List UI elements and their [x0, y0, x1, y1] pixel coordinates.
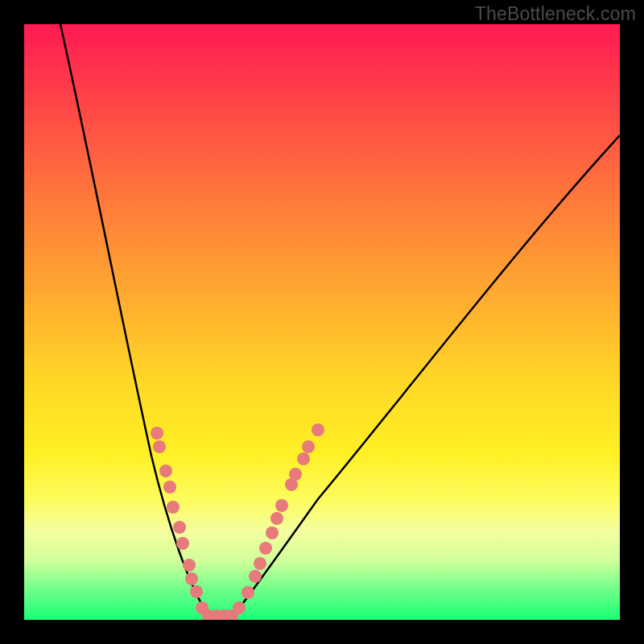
marker-dot: [190, 585, 203, 598]
figure-canvas: TheBottleneck.com: [0, 0, 644, 644]
marker-dot: [173, 521, 186, 534]
marker-dot: [159, 464, 172, 477]
plot-area: [24, 24, 620, 620]
marker-dot: [270, 512, 283, 525]
marker-dot: [167, 501, 180, 514]
curve-overlay: [24, 24, 620, 620]
marker-dot: [185, 572, 198, 585]
marker-dots-right: [233, 423, 324, 614]
valley-floor: [211, 618, 230, 619]
marker-dot: [289, 468, 302, 481]
curve-left-branch: [60, 24, 211, 620]
marker-dot: [266, 526, 279, 539]
marker-dot: [312, 423, 324, 436]
marker-dot: [176, 537, 189, 550]
marker-dot: [202, 609, 215, 620]
marker-dot: [151, 427, 163, 440]
marker-dot: [210, 609, 223, 620]
marker-dot: [153, 440, 166, 453]
marker-dot: [249, 570, 262, 583]
marker-dot: [183, 559, 196, 572]
marker-dot: [218, 609, 231, 620]
curve-right-branch: [230, 135, 620, 620]
marker-dot: [254, 557, 266, 570]
marker-dot: [275, 499, 288, 512]
marker-dot: [259, 542, 272, 555]
marker-dots-left: [151, 427, 238, 620]
marker-dot: [163, 481, 176, 493]
marker-dot: [297, 452, 310, 465]
marker-dot: [225, 609, 238, 620]
marker-dot: [285, 478, 298, 491]
marker-dot: [233, 601, 246, 614]
marker-dot: [196, 601, 208, 614]
marker-dot: [302, 440, 315, 453]
marker-dot: [242, 586, 254, 599]
watermark-text: TheBottleneck.com: [475, 3, 636, 25]
